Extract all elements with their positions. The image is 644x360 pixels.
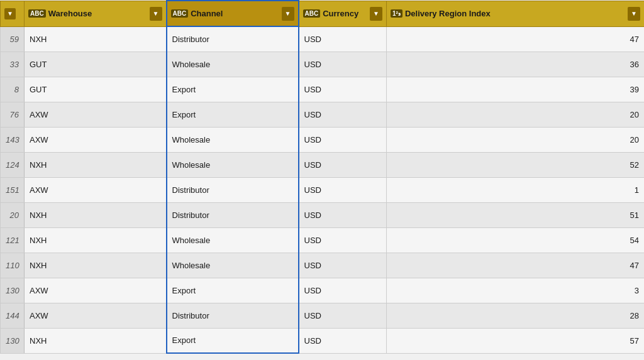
cell-warehouse: NXH	[25, 26, 167, 52]
abc-icon-channel: ABC	[171, 9, 189, 18]
cell-index: 59	[1, 26, 25, 52]
col-header-channel[interactable]: ABC Channel ▼	[167, 1, 299, 26]
cell-currency: USD	[299, 52, 387, 77]
cell-index: 8	[1, 77, 25, 102]
cell-delivery: 47	[387, 26, 645, 52]
cell-currency: USD	[299, 127, 387, 152]
cell-delivery: 39	[387, 77, 645, 102]
cell-warehouse: NXH	[25, 227, 167, 253]
cell-currency: USD	[299, 227, 387, 253]
cell-delivery: 1	[387, 177, 645, 202]
table-row: 76AXWExportUSD20	[1, 102, 645, 127]
cell-warehouse: NXH	[25, 152, 167, 177]
cell-channel: Distributor	[167, 303, 299, 328]
cell-delivery: 52	[387, 152, 645, 177]
cell-channel: Export	[167, 102, 299, 127]
cell-warehouse: NXH	[25, 202, 167, 227]
cell-channel: Export	[167, 278, 299, 303]
cell-currency: USD	[299, 26, 387, 52]
table-row: 144AXWDistributorUSD28	[1, 303, 645, 328]
table-row: 8GUTExportUSD39	[1, 77, 645, 102]
cell-channel: Export	[167, 77, 299, 102]
cell-channel: Wholesale	[167, 52, 299, 77]
cell-channel: Wholesale	[167, 152, 299, 177]
cell-currency: USD	[299, 328, 387, 353]
col-label-channel: Channel	[191, 9, 223, 18]
cell-warehouse: GUT	[25, 77, 167, 102]
cell-warehouse: AXW	[25, 177, 167, 202]
table-row: 151AXWDistributorUSD1	[1, 177, 645, 202]
cell-channel: Distributor	[167, 26, 299, 52]
cell-index: 143	[1, 127, 25, 152]
dropdown-icon-delivery[interactable]: ▼	[628, 7, 640, 21]
dropdown-icon-channel[interactable]: ▼	[282, 7, 294, 21]
cell-delivery: 57	[387, 328, 645, 353]
table-header-row: ▼ ABC Warehouse ▼ ABC Channel ▼	[1, 1, 645, 26]
cell-currency: USD	[299, 303, 387, 328]
cell-currency: USD	[299, 102, 387, 127]
cell-index: 33	[1, 52, 25, 77]
cell-channel: Wholesale	[167, 227, 299, 253]
cell-currency: USD	[299, 152, 387, 177]
table-row: 121NXHWholesaleUSD54	[1, 227, 645, 253]
cell-warehouse: GUT	[25, 52, 167, 77]
cell-delivery: 36	[387, 52, 645, 77]
data-table: ▼ ABC Warehouse ▼ ABC Channel ▼	[0, 0, 644, 360]
cell-warehouse: NXH	[25, 328, 167, 353]
cell-warehouse: AXW	[25, 303, 167, 328]
abc-icon-currency: ABC	[303, 9, 321, 18]
cell-currency: USD	[299, 278, 387, 303]
table-row: 130AXWExportUSD3	[1, 278, 645, 303]
cell-channel: Wholesale	[167, 253, 299, 278]
cell-index: 121	[1, 227, 25, 253]
cell-index: 110	[1, 253, 25, 278]
cell-channel: Distributor	[167, 177, 299, 202]
col-header-warehouse[interactable]: ABC Warehouse ▼	[25, 1, 167, 26]
cell-currency: USD	[299, 253, 387, 278]
dropdown-icon-warehouse[interactable]: ▼	[150, 7, 162, 21]
cell-index: 76	[1, 102, 25, 127]
cell-delivery: 47	[387, 253, 645, 278]
col-header-delivery[interactable]: 1²₃ Delivery Region Index ▼	[387, 1, 645, 26]
abc-icon-warehouse: ABC	[28, 9, 46, 18]
cell-delivery: 54	[387, 227, 645, 253]
col-label-delivery: Delivery Region Index	[405, 9, 491, 18]
cell-delivery: 51	[387, 202, 645, 227]
cell-warehouse: AXW	[25, 102, 167, 127]
table-row: 59NXHDistributorUSD47	[1, 26, 645, 52]
dropdown-icon-currency[interactable]: ▼	[370, 7, 382, 21]
cell-index: 130	[1, 328, 25, 353]
table-row: 130NXHExportUSD57	[1, 328, 645, 353]
col-label-warehouse: Warehouse	[48, 9, 92, 18]
cell-delivery: 28	[387, 303, 645, 328]
cell-index: 20	[1, 202, 25, 227]
cell-channel: Export	[167, 328, 299, 353]
table-row: 110NXHWholesaleUSD47	[1, 253, 645, 278]
col-label-currency: Currency	[323, 9, 358, 18]
num-icon-delivery: 1²₃	[391, 9, 402, 18]
cell-currency: USD	[299, 202, 387, 227]
cell-delivery: 20	[387, 102, 645, 127]
table-row: 33GUTWholesaleUSD36	[1, 52, 645, 77]
cell-warehouse: AXW	[25, 127, 167, 152]
cell-warehouse: AXW	[25, 278, 167, 303]
cell-warehouse: NXH	[25, 253, 167, 278]
cell-channel: Distributor	[167, 202, 299, 227]
cell-index: 144	[1, 303, 25, 328]
col-header-index[interactable]: ▼	[1, 1, 25, 26]
table-row: 143AXWWholesaleUSD20	[1, 127, 645, 152]
cell-currency: USD	[299, 77, 387, 102]
sort-icon-index[interactable]: ▼	[4, 8, 16, 19]
col-header-currency[interactable]: ABC Currency ▼	[299, 1, 387, 26]
cell-currency: USD	[299, 177, 387, 202]
cell-index: 151	[1, 177, 25, 202]
table-row: 124NXHWholesaleUSD52	[1, 152, 645, 177]
cell-channel: Wholesale	[167, 127, 299, 152]
cell-index: 130	[1, 278, 25, 303]
table-row: 20NXHDistributorUSD51	[1, 202, 645, 227]
cell-delivery: 3	[387, 278, 645, 303]
cell-index: 124	[1, 152, 25, 177]
cell-delivery: 20	[387, 127, 645, 152]
